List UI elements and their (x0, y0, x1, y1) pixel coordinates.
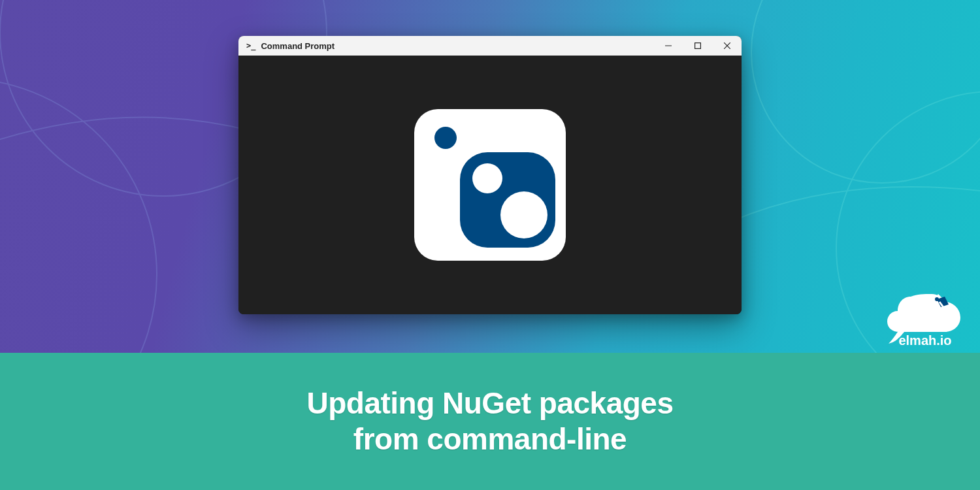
close-icon (724, 42, 730, 49)
window-controls (653, 36, 742, 56)
caption-line-2: from command-line (353, 422, 627, 456)
minimize-icon (665, 42, 672, 49)
terminal-prompt-icon: >_ (246, 41, 255, 50)
close-button[interactable] (712, 36, 742, 56)
window-title: Command Prompt (261, 41, 653, 51)
maximize-icon (694, 42, 701, 49)
svg-point-9 (500, 191, 547, 238)
elmah-logo: elmah.io (885, 291, 970, 350)
window-titlebar[interactable]: >_ Command Prompt (238, 36, 742, 56)
caption-band: Updating NuGet packages from command-lin… (0, 353, 980, 490)
svg-point-8 (472, 163, 502, 193)
command-prompt-window: >_ Command Prompt (238, 36, 742, 314)
svg-rect-4 (694, 43, 700, 49)
svg-point-10 (935, 297, 939, 301)
caption-line-1: Updating NuGet packages (306, 386, 673, 420)
nuget-logo (414, 109, 566, 261)
caption-text: Updating NuGet packages from command-lin… (306, 385, 673, 457)
stage: >_ Command Prompt (0, 0, 980, 353)
terminal-body[interactable] (238, 56, 742, 314)
maximize-button[interactable] (683, 36, 712, 56)
minimize-button[interactable] (653, 36, 683, 56)
elmah-text: elmah.io (898, 333, 951, 348)
svg-point-6 (434, 127, 457, 149)
